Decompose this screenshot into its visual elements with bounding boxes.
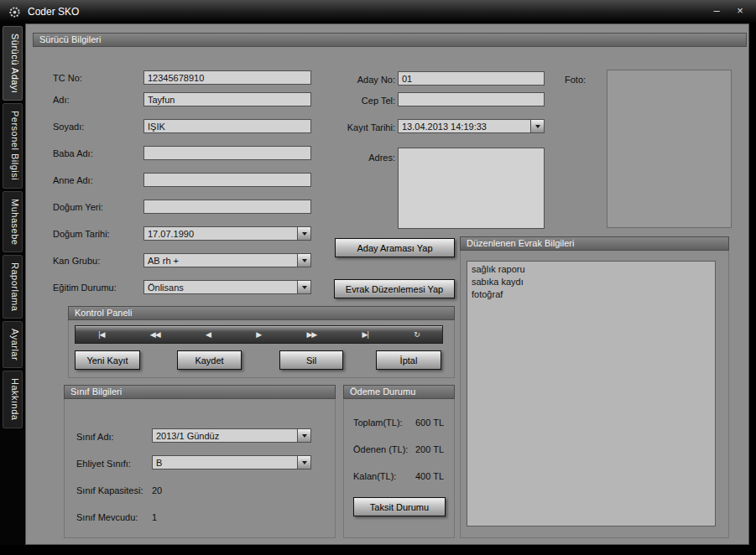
evrak-listbox[interactable]: sağlık raporu sabıka kaydı fotoğraf bbox=[467, 261, 716, 526]
odenen-label: Ödenen (TL): bbox=[353, 443, 408, 456]
dogum-tarihi-datepicker[interactable]: 17.07.1990 bbox=[143, 226, 311, 241]
egitim-durumu-combobox[interactable]: Önlisans bbox=[143, 280, 311, 294]
list-item[interactable]: sabıka kaydı bbox=[467, 276, 715, 288]
kan-grubu-value: AB rh + bbox=[144, 254, 297, 267]
kalan-value: 400 TL bbox=[415, 469, 444, 483]
title-bar: Coder SKO – × bbox=[0, 0, 756, 23]
ehliyet-sinifi-label: Ehliyet Sınıfı: bbox=[76, 457, 131, 470]
chevron-down-icon[interactable] bbox=[297, 281, 310, 293]
kayit-tarihi-value: 13.04.2013 14:19:33 bbox=[399, 120, 530, 132]
cep-tel-input[interactable] bbox=[398, 92, 545, 106]
dogum-yeri-input[interactable] bbox=[143, 200, 311, 214]
tab-raporlama[interactable]: Raporlama bbox=[3, 255, 23, 319]
chevron-down-icon[interactable] bbox=[297, 227, 310, 240]
close-button[interactable]: × bbox=[731, 3, 749, 18]
chevron-down-icon[interactable] bbox=[297, 254, 310, 267]
rewind-icon[interactable]: ◀◀ bbox=[145, 326, 165, 343]
baba-adi-label: Baba Adı: bbox=[53, 147, 93, 160]
tab-hakkinda[interactable]: Hakkında bbox=[3, 371, 23, 428]
minimize-button[interactable]: – bbox=[707, 3, 726, 18]
chevron-down-icon[interactable] bbox=[297, 429, 310, 442]
egitim-durumu-label: Eğitim Durumu: bbox=[53, 281, 117, 294]
baba-adi-input[interactable] bbox=[143, 146, 311, 160]
sinif-adi-value: 2013/1 Gündüz bbox=[153, 429, 297, 442]
toplam-value: 600 TL bbox=[415, 416, 444, 429]
main-content: Sürücü Bilgileri TC No: Adı: Soyadı: Bab… bbox=[25, 23, 749, 545]
anne-adi-input[interactable] bbox=[143, 173, 311, 187]
move-next-icon[interactable]: ▶ bbox=[251, 326, 266, 343]
toplam-label: Toplam(TL): bbox=[353, 416, 403, 429]
iptal-button[interactable]: İptal bbox=[376, 350, 441, 370]
list-item[interactable]: fotoğraf bbox=[467, 288, 715, 301]
sinif-kapasitesi-label: Sınıf Kapasitesi: bbox=[76, 484, 143, 497]
dogum-tarihi-label: Doğum Tarihi: bbox=[53, 227, 110, 241]
tab-ayarlar[interactable]: Ayarlar bbox=[3, 321, 23, 368]
anne-adi-label: Anne Adı: bbox=[53, 174, 93, 187]
foto-placeholder bbox=[607, 70, 732, 228]
fast-forward-icon[interactable]: ▶▶ bbox=[301, 326, 321, 343]
list-item[interactable]: sağlık raporu bbox=[467, 263, 715, 276]
kaydet-button[interactable]: Kaydet bbox=[177, 350, 242, 370]
ehliyet-sinifi-combobox[interactable]: B bbox=[152, 455, 311, 469]
move-last-icon[interactable]: ▶| bbox=[357, 326, 373, 343]
panel-title: Sürücü Bilgileri bbox=[33, 33, 747, 47]
chevron-down-icon[interactable] bbox=[297, 456, 310, 469]
evrak-panel-title: Düzenlenen Evrak Bilgileri bbox=[460, 236, 729, 251]
app-window: Coder SKO – × Sürücü Adayı Personel Bilg… bbox=[0, 0, 756, 555]
sinif-bilgileri-title: Sınıf Bilgileri bbox=[64, 385, 336, 399]
move-first-icon[interactable]: |◀ bbox=[93, 326, 109, 343]
adres-textarea[interactable] bbox=[398, 148, 545, 229]
chevron-down-icon[interactable] bbox=[530, 120, 544, 132]
aday-no-input[interactable] bbox=[398, 71, 545, 86]
record-navigator: |◀ ◀◀ ◀ ▶ ▶▶ ▶| ↻ bbox=[75, 325, 443, 344]
egitim-durumu-value: Önlisans bbox=[144, 281, 297, 293]
kontrol-paneli-title: Kontrol Paneli bbox=[68, 306, 455, 320]
foto-label: Foto: bbox=[565, 73, 586, 86]
ehliyet-sinifi-value: B bbox=[153, 456, 297, 469]
evrak-duzenlemesi-yap-button[interactable]: Evrak Düzenlemesi Yap bbox=[334, 279, 455, 298]
adi-input[interactable] bbox=[143, 92, 311, 106]
tab-muhasebe[interactable]: Muhasebe bbox=[3, 191, 23, 252]
dogum-yeri-label: Doğum Yeri: bbox=[53, 200, 103, 214]
gear-icon bbox=[8, 6, 21, 18]
kalan-label: Kalan(TL): bbox=[353, 469, 396, 483]
tab-surucu-adayi[interactable]: Sürücü Adayı bbox=[3, 26, 23, 101]
kayit-tarihi-label: Kayıt Tarihi: bbox=[328, 121, 395, 134]
tc-no-input[interactable] bbox=[143, 70, 311, 85]
aday-no-label: Aday No: bbox=[328, 73, 395, 86]
soyadi-label: Soyadı: bbox=[53, 120, 84, 133]
dogum-tarihi-value: 17.07.1990 bbox=[144, 227, 297, 240]
sidebar-tabstrip: Sürücü Adayı Personel Bilgisi Muhasebe R… bbox=[0, 23, 25, 545]
soyadi-input[interactable] bbox=[143, 119, 311, 133]
adres-label: Adres: bbox=[328, 151, 395, 164]
kan-grubu-combobox[interactable]: AB rh + bbox=[143, 253, 311, 267]
kayit-tarihi-datepicker[interactable]: 13.04.2013 14:19:33 bbox=[398, 119, 545, 133]
tab-personel-bilgisi[interactable]: Personel Bilgisi bbox=[3, 103, 23, 188]
sinif-adi-combobox[interactable]: 2013/1 Gündüz bbox=[152, 428, 311, 443]
adi-label: Adı: bbox=[53, 93, 70, 106]
sil-button[interactable]: Sil bbox=[279, 350, 343, 370]
sinif-mevcudu-label: Sınıf Mevcudu: bbox=[76, 511, 138, 524]
refresh-icon[interactable]: ↻ bbox=[409, 326, 425, 343]
yeni-kayit-button[interactable]: Yeni Kayıt bbox=[75, 350, 140, 370]
sinif-kapasitesi-value: 20 bbox=[152, 484, 162, 497]
sinif-adi-label: Sınıf Adı: bbox=[76, 430, 114, 443]
aday-aramasi-yap-button[interactable]: Aday Araması Yap bbox=[335, 238, 455, 257]
odenen-value: 200 TL bbox=[415, 443, 444, 456]
tc-no-label: TC No: bbox=[53, 71, 82, 85]
cep-tel-label: Cep Tel: bbox=[328, 94, 395, 107]
kan-grubu-label: Kan Grubu: bbox=[53, 254, 100, 267]
taksit-durumu-button[interactable]: Taksit Durumu bbox=[353, 497, 446, 516]
sinif-mevcudu-value: 1 bbox=[152, 511, 157, 524]
odeme-durumu-title: Ödeme Durumu bbox=[343, 385, 455, 399]
move-previous-icon[interactable]: ◀ bbox=[201, 326, 216, 343]
window-title: Coder SKO bbox=[28, 6, 79, 18]
